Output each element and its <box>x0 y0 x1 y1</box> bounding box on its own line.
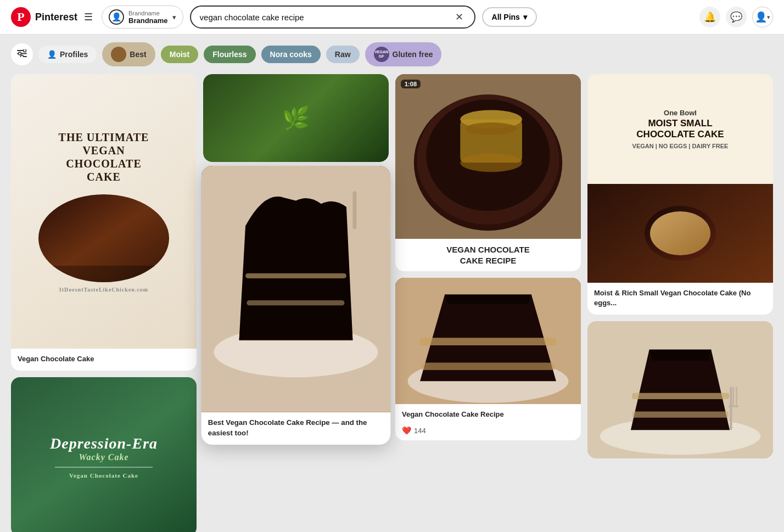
pin-card-2[interactable]: Best Vegan Chocolate Cake Recipe — and t… <box>201 166 391 445</box>
pins-grid: THE ULTIMATEVEGANCHOCOLATECAKE ItDoesntT… <box>0 74 784 532</box>
svg-rect-37 <box>733 387 734 406</box>
filter-bar: 👤 Profiles Best Moist Flourless Nora coo… <box>0 35 784 74</box>
pin-card-3[interactable]: 1:08 VEGAN CHOCOLATECAKE RECIPE <box>395 74 581 271</box>
pin-image-5: Depression-Era Wacky Cake Vegan Chocolat… <box>11 377 197 532</box>
message-icon: 💬 <box>730 11 742 23</box>
pin-image-2 <box>201 166 391 412</box>
svg-point-3 <box>24 49 26 52</box>
person-icon: 👤 <box>47 50 57 59</box>
chip-glutenfree[interactable]: VEGANGF Gluten free <box>365 42 442 66</box>
all-pins-button[interactable]: All Pins ▾ <box>482 7 537 27</box>
search-bar: ✕ <box>190 5 475 29</box>
svg-marker-29 <box>445 295 531 304</box>
account-label-top: Brandname <box>128 10 160 16</box>
pin-caption-3: VEGAN CHOCOLATECAKE RECIPE <box>395 239 581 271</box>
pin-likes-6: ❤️ 144 <box>395 426 581 440</box>
chevron-down-icon: ▾ <box>523 13 527 21</box>
chip-best[interactable]: Best <box>102 42 155 66</box>
svg-rect-12 <box>245 273 346 278</box>
search-input[interactable] <box>200 13 455 22</box>
logo-area: P Pinterest ☰ <box>11 7 95 27</box>
chip-profiles[interactable]: 👤 Profiles <box>38 46 97 63</box>
pinterest-logo[interactable]: P <box>11 7 31 27</box>
sliders-icon <box>17 49 27 59</box>
account-label-bottom: Brandname <box>128 16 168 25</box>
video-time-badge: 1:08 <box>401 80 421 88</box>
pin-card-4[interactable]: One Bowl MOIST SMALLCHOCOLATE CAKE VEGAN… <box>587 74 773 315</box>
svg-rect-33 <box>632 393 729 399</box>
pin-caption-6: Vegan Chocolate Cake Recipe <box>395 404 581 426</box>
pin-image-1: THE ULTIMATEVEGANCHOCOLATECAKE ItDoesntT… <box>11 74 197 349</box>
svg-rect-15 <box>352 191 356 229</box>
account-button[interactable]: 👤 Brandname Brandname ▾ <box>102 5 183 29</box>
svg-rect-0 <box>17 50 24 51</box>
like-count: 144 <box>414 427 426 435</box>
logo-text: Pinterest <box>35 12 77 23</box>
svg-point-4 <box>19 52 21 55</box>
pin-text-5: Depression-Era <box>50 435 158 452</box>
chevron-down-icon: ▾ <box>172 13 176 21</box>
messages-button[interactable]: 💬 <box>726 7 747 27</box>
filter-sliders-button[interactable] <box>11 43 33 65</box>
pin-card-6[interactable]: Vegan Chocolate Cake Recipe ❤️ 144 <box>395 278 581 440</box>
pin-image-7 <box>587 321 773 458</box>
chip-noracooks[interactable]: Nora cooks <box>261 46 321 63</box>
chip-raw[interactable]: Raw <box>326 46 360 63</box>
hamburger-icon[interactable]: ☰ <box>82 9 95 25</box>
chip-moist[interactable]: Moist <box>161 46 199 63</box>
svg-rect-39 <box>729 406 738 407</box>
svg-point-5 <box>21 55 24 58</box>
svg-rect-34 <box>632 412 729 418</box>
pin-card-5[interactable]: Depression-Era Wacky Cake Vegan Chocolat… <box>11 377 197 532</box>
svg-rect-36 <box>730 387 732 430</box>
svg-rect-38 <box>736 387 737 406</box>
chip-glutenfree-img: VEGANGF <box>374 47 389 62</box>
search-clear-icon[interactable]: ✕ <box>455 11 463 23</box>
bell-icon: 🔔 <box>704 11 716 23</box>
pin-image-4: One Bowl MOIST SMALLCHOCOLATE CAKE VEGAN… <box>587 74 773 283</box>
chip-flourless[interactable]: Flourless <box>204 46 255 63</box>
pin-image-3: 1:08 <box>395 74 581 239</box>
heart-icon: ❤️ <box>402 426 411 435</box>
pin-image-6 <box>395 278 581 404</box>
header-icons: 🔔 💬 👤 ▾ <box>699 7 773 27</box>
user-icon: 👤 <box>755 11 767 23</box>
svg-rect-28 <box>421 362 555 370</box>
svg-point-22 <box>460 153 522 172</box>
notifications-button[interactable]: 🔔 <box>699 7 720 27</box>
svg-rect-27 <box>420 338 556 345</box>
pin-card-plant[interactable]: 🌿 <box>203 74 389 162</box>
header: P Pinterest ☰ 👤 Brandname Brandname ▾ ✕ … <box>0 0 784 35</box>
pin-text-1: THE ULTIMATEVEGANCHOCOLATECAKE <box>59 131 149 183</box>
user-avatar-button[interactable]: 👤 ▾ <box>752 7 773 27</box>
pin-image-plant: 🌿 <box>203 74 389 162</box>
pin-caption-4: Moist & Rich Small Vegan Chocolate Cake … <box>587 283 773 315</box>
pin-caption-1: Vegan Chocolate Cake <box>11 349 197 371</box>
svg-marker-35 <box>649 350 712 361</box>
svg-point-23 <box>465 122 517 135</box>
pin-card-1[interactable]: THE ULTIMATEVEGANCHOCOLATECAKE ItDoesntT… <box>11 74 197 371</box>
pin-card-7[interactable] <box>587 321 773 458</box>
account-icon: 👤 <box>109 9 124 25</box>
chip-best-img <box>111 47 126 62</box>
svg-rect-13 <box>247 300 344 305</box>
chevron-down-icon: ▾ <box>767 14 770 21</box>
pin-caption-2: Best Vegan Chocolate Cake Recipe — and t… <box>201 412 391 445</box>
